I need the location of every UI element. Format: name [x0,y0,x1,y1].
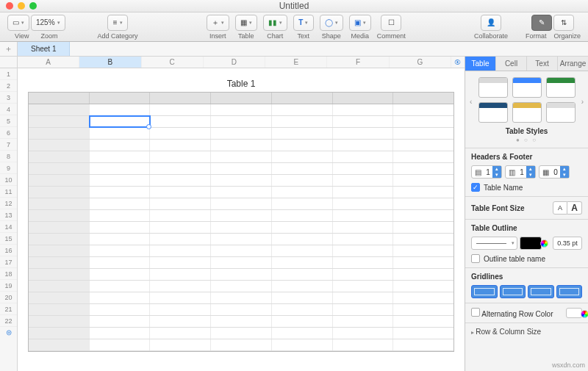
comment-button[interactable]: ☐ [381,15,401,31]
row-17[interactable]: 17 [0,256,17,268]
footer-rows-stepper[interactable]: ▦0▴▾ [539,165,570,179]
col-A[interactable]: A [18,57,79,68]
col-G[interactable]: G [390,57,451,68]
header-rows-icon: ▤ [472,168,484,176]
gridlines-h-body[interactable] [471,285,498,298]
text-button[interactable]: T▾ [293,15,314,31]
table-styles-grid: ‹ › [471,77,582,123]
header-rows-value: 1 [484,168,492,176]
row-18[interactable]: 18 [0,268,17,280]
styles-prev-icon[interactable]: ‹ [470,98,472,106]
row-2[interactable]: 2 [0,80,17,92]
add-category-button[interactable]: ≡▾ [107,15,128,31]
tab-cell[interactable]: Cell [496,57,527,71]
select-all-corner[interactable] [0,57,18,68]
row-8[interactable]: 8 [0,151,17,162]
alt-row-checkbox[interactable] [471,308,480,317]
table-style-6[interactable] [546,102,576,123]
add-column-button[interactable]: ⦿ [451,57,465,68]
font-size-label: Table Font Size [471,204,525,212]
spreadsheet-canvas[interactable]: A B C D E F G ⦿ 1 2 3 4 5 6 7 8 9 10 11 … [0,57,465,371]
table-style-3[interactable] [546,77,576,98]
row-4[interactable]: 4 [0,104,17,115]
col-C[interactable]: C [142,57,204,68]
window-title: Untitled [0,1,588,11]
row-10[interactable]: 10 [0,174,17,186]
table-name-checkbox[interactable]: ✓ [471,183,480,192]
row-9[interactable]: 9 [0,162,17,174]
gridlines-v-header[interactable] [556,285,583,298]
table-style-2[interactable] [512,77,542,98]
view-button[interactable]: ▭▾ [7,15,29,31]
gridlines-v-body[interactable] [500,285,526,298]
row-5[interactable]: 5 [0,115,17,127]
titlebar: Untitled [0,0,588,12]
col-D[interactable]: D [204,57,265,68]
headers-footer-label: Headers & Footer [471,153,582,161]
media-button[interactable]: ▣▾ [349,15,371,31]
row-21[interactable]: 21 [0,303,17,315]
shape-button[interactable]: ◯▾ [320,15,343,31]
tab-text[interactable]: Text [527,57,558,71]
sheet-tab[interactable]: Sheet 1 [18,42,70,56]
outline-line-style[interactable]: ▾ [471,237,517,250]
zoom-select[interactable]: 125%▾ [31,15,65,31]
collaborate-label: Collaborate [474,32,508,40]
add-row-button[interactable]: ⊜ [0,327,17,339]
row-13[interactable]: 13 [0,209,17,221]
col-E[interactable]: E [265,57,327,68]
outline-tablename-checkbox[interactable] [471,254,480,263]
col-F[interactable]: F [327,57,389,68]
row-12[interactable]: 12 [0,198,17,209]
row-22[interactable]: 22 [0,315,17,327]
alt-row-color-well[interactable] [566,308,582,318]
add-sheet-button[interactable]: ＋ [0,42,18,56]
font-larger-button[interactable]: A [567,201,582,215]
row-column-size-disclosure[interactable]: Row & Column Size [471,328,582,336]
row-1[interactable]: 1 [0,68,17,80]
header-cols-icon: ▥ [506,168,517,176]
table-style-1[interactable] [478,77,508,98]
tab-table[interactable]: Table [465,57,496,71]
row-6[interactable]: 6 [0,127,17,139]
table-style-5[interactable] [512,102,542,123]
header-rows-stepper[interactable]: ▤1▴▾ [471,165,502,179]
chart-button[interactable]: ▮▮▾ [263,15,287,31]
row-19[interactable]: 19 [0,280,17,292]
toolbar: ▭▾ 125%▾ ViewZoom ≡▾ Add Category ＋▾Inse… [0,12,588,42]
header-cols-stepper[interactable]: ▥1▴▾ [505,165,536,179]
view-label: View [15,32,29,40]
row-14[interactable]: 14 [0,221,17,233]
table[interactable] [28,92,454,352]
sheet-tab-bar: ＋ Sheet 1 [0,42,588,57]
row-20[interactable]: 20 [0,292,17,303]
tab-arrange[interactable]: Arrange [558,57,588,71]
row-3[interactable]: 3 [0,92,17,104]
outline-width-field[interactable]: 0.35 pt [553,237,582,250]
row-15[interactable]: 15 [0,233,17,245]
row-16[interactable]: 16 [0,245,17,256]
table-button[interactable]: ▦▾ [235,15,257,31]
column-header-row: A B C D E F G ⦿ [0,57,465,68]
row-11[interactable]: 11 [0,186,17,198]
chevron-down-icon: ▾ [249,20,252,26]
table-header-row[interactable] [29,93,453,104]
collaborate-button[interactable]: 👤 [481,15,501,31]
table-name[interactable]: Table 1 [28,79,454,89]
row-7[interactable]: 7 [0,139,17,151]
gridlines-h-header[interactable] [528,285,554,298]
media-label: Media [351,32,370,40]
chevron-down-icon: ▾ [363,20,366,26]
styles-next-icon[interactable]: › [581,98,584,106]
text-label: Text [298,32,310,40]
organize-button[interactable]: ⇅ [553,15,574,31]
outline-color-well[interactable] [520,237,542,250]
col-B[interactable]: B [79,57,141,68]
text-icon: T [298,18,303,26]
table-style-4[interactable] [478,102,508,123]
insert-button[interactable]: ＋▾ [207,15,229,31]
selected-cell-row[interactable] [29,116,453,128]
format-label: Format [526,32,547,40]
font-smaller-button[interactable]: A [553,201,567,215]
format-button[interactable]: ✎ [531,15,552,31]
